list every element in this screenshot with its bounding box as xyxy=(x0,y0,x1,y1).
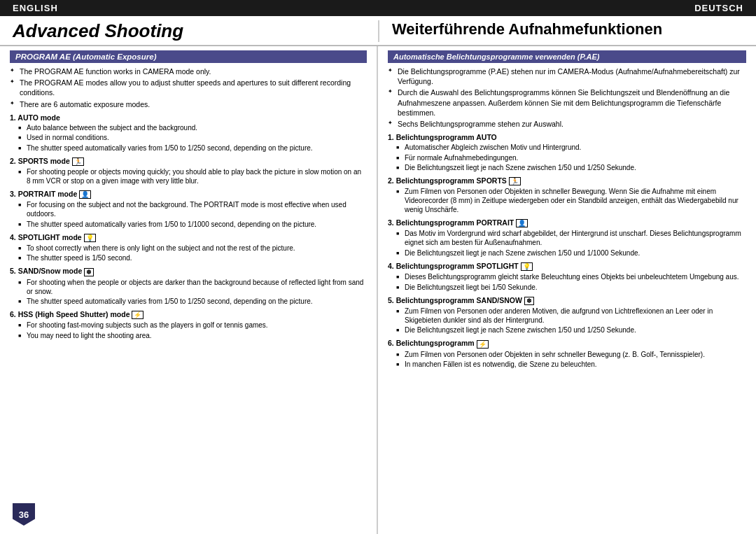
section-de-4-num: 4. xyxy=(388,262,396,270)
section-en-3-list: For focusing on the subject and not the … xyxy=(10,200,367,229)
spotlight-icon: 💡 xyxy=(84,234,96,242)
list-item: In manchen Fällen ist es notwendig, die … xyxy=(396,360,746,369)
list-item: The shutter speed automatically varies f… xyxy=(18,143,367,153)
section-en-2-label: SPORTS mode xyxy=(18,157,70,165)
portrait-icon-de: 👤 xyxy=(516,219,528,227)
section-de-6-list: Zum Filmen von Personen oder Objekten in… xyxy=(388,350,746,370)
section-en-1-label: AUTO mode xyxy=(18,113,59,122)
section-en-6: 6. HSS (High Speed Shutter) mode ⚡ For s… xyxy=(10,310,367,340)
section-de-6-title: 6. Belichtungsprogramm ⚡ xyxy=(388,339,746,348)
section-en-6-list: For shooting fast-moving subjects such a… xyxy=(10,321,367,340)
section-de-5-label: Belichtungsprogramm SAND/SNOW xyxy=(396,296,522,304)
list-item: For focusing on the subject and not the … xyxy=(18,200,367,218)
section-de-5-list: Zum Filmen von Personen oder anderen Mot… xyxy=(388,307,746,335)
section-en-6-title: 6. HSS (High Speed Shutter) mode ⚡ xyxy=(10,310,367,319)
intro-item-en-3: There are 6 automatic exposure modes. xyxy=(10,99,367,109)
lang-english: ENGLISH xyxy=(0,0,378,16)
column-deutsch: Automatische Belichtungsprogramme verwen… xyxy=(378,46,756,534)
list-item: Das Motiv im Vordergrund wird scharf abg… xyxy=(396,229,746,247)
section-header-en: PROGRAM AE (Automatic Exposure) xyxy=(10,50,367,63)
list-item: Die Belichtungszeit liegt bei 1/50 Sekun… xyxy=(396,283,746,292)
section-en-6-num: 6. xyxy=(10,310,18,318)
section-de-4-label: Belichtungsprogramm SPOTLIGHT xyxy=(396,262,519,270)
list-item: You may need to light the shooting area. xyxy=(18,331,367,340)
section-de-2-label: Belichtungsprogramm SPORTS xyxy=(396,176,507,185)
list-item: Used in normal conditions. xyxy=(18,133,367,142)
list-item: Automatischer Abgleich zwischen Motiv un… xyxy=(396,143,746,152)
section-en-2-num: 2. xyxy=(10,157,18,165)
section-de-4-title: 4. Belichtungsprogramm SPOTLIGHT 💡 xyxy=(388,262,746,271)
section-de-1-title: 1. Belichtungsprogramm AUTO xyxy=(388,133,746,141)
list-item: The shutter speed automatically varies f… xyxy=(18,297,367,306)
titles-row: Advanced Shooting Weiterführende Aufnahm… xyxy=(0,16,756,45)
section-de-3-title: 3. Belichtungsprogramm PORTRAIT 👤 xyxy=(388,218,746,227)
intro-list-en: The PROGRAM AE function works in CAMERA … xyxy=(10,66,367,109)
section-en-1-title: 1. AUTO mode xyxy=(10,113,367,122)
intro-item-en-2: The PROGRAM AE modes allow you to adjust… xyxy=(10,78,367,97)
intro-item-en-1: The PROGRAM AE function works in CAMERA … xyxy=(10,66,367,76)
section-en-4-title: 4. SPOTLIGHT mode 💡 xyxy=(10,233,367,242)
list-item: Zum Filmen von Personen oder Objekten in… xyxy=(396,187,746,214)
section-en-4-num: 4. xyxy=(10,233,18,241)
page-title-en: Advanced Shooting xyxy=(13,20,365,42)
section-de-3: 3. Belichtungsprogramm PORTRAIT 👤 Das Mo… xyxy=(388,218,746,258)
title-right: Weiterführende Aufnahmefunktionen xyxy=(378,20,756,42)
list-item: For shooting people or objects moving qu… xyxy=(18,167,367,185)
list-item: The shutter speed automatically varies f… xyxy=(18,220,367,229)
list-item: Für normale Aufnahmebedingungen. xyxy=(396,153,746,162)
section-de-2-num: 2. xyxy=(388,176,396,185)
section-en-1: 1. AUTO mode Auto balance between the su… xyxy=(10,113,367,153)
section-de-3-num: 3. xyxy=(388,218,396,227)
section-de-3-label: Belichtungsprogramm PORTRAIT xyxy=(396,218,514,227)
section-en-3-title: 3. PORTRAIT mode 👤 xyxy=(10,190,367,199)
list-item: Die Belichtungszeit liegt je nach Szene … xyxy=(396,163,746,172)
section-de-2: 2. Belichtungsprogramm SPORTS 🏃 Zum Film… xyxy=(388,176,746,214)
intro-item-de-2: Durch die Auswahl des Belichtungsprogram… xyxy=(388,87,746,118)
section-de-6-num: 6. xyxy=(388,339,396,347)
title-left: Advanced Shooting xyxy=(0,20,378,42)
list-item: The shutter speed is 1/50 second. xyxy=(18,253,367,262)
content-area: PROGRAM AE (Automatic Exposure) The PROG… xyxy=(0,45,756,534)
section-de-2-list: Zum Filmen von Personen oder Objekten in… xyxy=(388,187,746,214)
section-de-1: 1. Belichtungsprogramm AUTO Automatische… xyxy=(388,133,746,172)
list-item: Auto balance between the subject and the… xyxy=(18,123,367,132)
hss-icon-de: ⚡ xyxy=(477,340,489,349)
section-en-5-title: 5. SAND/Snow mode ❄ xyxy=(10,267,367,276)
language-bar: ENGLISH DEUTSCH xyxy=(0,0,756,16)
section-de-4: 4. Belichtungsprogramm SPOTLIGHT 💡 Diese… xyxy=(388,262,746,292)
list-item: To shoot correctly when there is only li… xyxy=(18,244,367,253)
list-item: Die Belichtungszeit liegt je nach Szene … xyxy=(396,325,746,335)
list-item: Zum Filmen von Personen oder Objekten in… xyxy=(396,350,746,359)
list-item: For shooting fast-moving subjects such a… xyxy=(18,321,367,330)
section-en-2-title: 2. SPORTS mode 🏃 xyxy=(10,157,367,166)
page-title-de: Weiterführende Aufnahmefunktionen xyxy=(392,20,743,38)
section-de-5-title: 5. Belichtungsprogramm SAND/SNOW ❄ xyxy=(388,296,746,305)
section-de-3-list: Das Motiv im Vordergrund wird scharf abg… xyxy=(388,229,746,258)
portrait-icon: 👤 xyxy=(79,190,91,199)
section-de-5-num: 5. xyxy=(388,296,396,304)
section-en-1-list: Auto balance between the subject and the… xyxy=(10,123,367,153)
sand-snow-icon-de: ❄ xyxy=(524,297,534,305)
section-header-de: Automatische Belichtungsprogramme verwen… xyxy=(388,50,746,63)
section-de-1-label: Belichtungsprogramm AUTO xyxy=(396,133,497,141)
section-en-5-label: SAND/Snow mode xyxy=(18,267,83,275)
section-en-2-list: For shooting people or objects moving qu… xyxy=(10,167,367,185)
column-english: PROGRAM AE (Automatic Exposure) The PROG… xyxy=(0,46,378,534)
section-en-2: 2. SPORTS mode 🏃 For shooting people or … xyxy=(10,157,367,185)
hss-icon: ⚡ xyxy=(132,311,144,319)
sand-snow-icon: ❄ xyxy=(84,268,94,276)
section-en-3: 3. PORTRAIT mode 👤 For focusing on the s… xyxy=(10,190,367,229)
intro-item-de-1: Die Belichtungsprogramme (P.AE) stehen n… xyxy=(388,66,746,86)
sports-icon: 🏃 xyxy=(72,157,84,166)
section-en-4: 4. SPOTLIGHT mode 💡 To shoot correctly w… xyxy=(10,233,367,263)
section-en-1-num: 1. xyxy=(10,113,18,122)
section-en-4-label: SPOTLIGHT mode xyxy=(18,233,82,241)
intro-list-de: Die Belichtungsprogramme (P.AE) stehen n… xyxy=(388,66,746,129)
section-de-1-list: Automatischer Abgleich zwischen Motiv un… xyxy=(388,143,746,172)
list-item: Dieses Belichtungsprogramm gleicht stark… xyxy=(396,272,746,281)
section-en-3-num: 3. xyxy=(10,190,18,198)
section-de-2-title: 2. Belichtungsprogramm SPORTS 🏃 xyxy=(388,176,746,185)
section-en-4-list: To shoot correctly when there is only li… xyxy=(10,244,367,263)
section-de-6: 6. Belichtungsprogramm ⚡ Zum Filmen von … xyxy=(388,339,746,369)
content-wrapper: PROGRAM AE (Automatic Exposure) The PROG… xyxy=(0,45,756,534)
